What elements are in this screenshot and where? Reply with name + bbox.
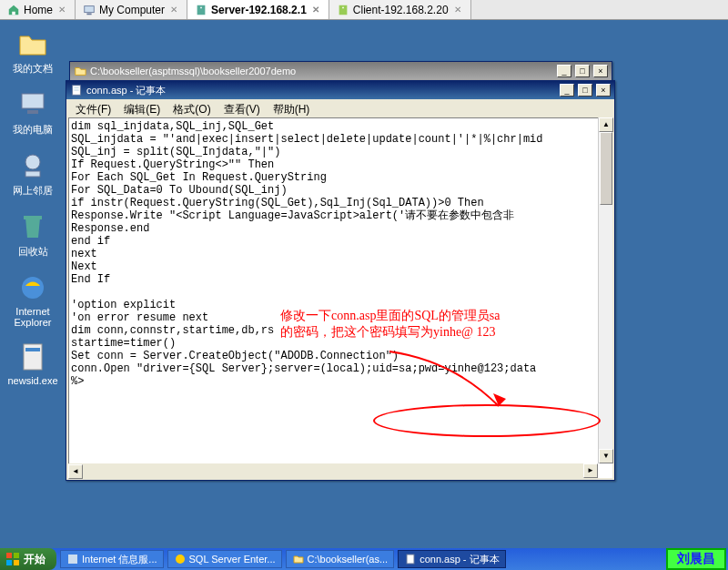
text-area[interactable]: dim sql_injdata,SQL_inj,SQL_Get SQL_injd… [68,117,612,478]
taskbar-button-notepad[interactable]: conn.asp - 记事本 [398,550,505,568]
desktop-icon-ie[interactable]: Internet Explorer [4,271,62,328]
svg-rect-13 [25,348,40,351]
app-icon [66,553,79,565]
minimize-button[interactable]: _ [560,84,574,97]
icon-label: 我的电脑 [13,123,53,137]
minimize-button[interactable]: _ [557,65,571,77]
tab-server[interactable]: Server-192.168.2.1 ✕ [187,0,329,19]
desktop-icon-network[interactable]: 网上邻居 [4,149,62,198]
scroll-down-button[interactable]: ▼ [599,449,613,463]
close-icon[interactable]: ✕ [56,5,67,15]
scroll-thumb[interactable] [600,132,612,205]
folder-icon [74,65,86,77]
scroll-up-button[interactable]: ▲ [599,117,613,132]
window-title: conn.asp - 记事本 [86,84,166,97]
desktop-icon-recyclebin[interactable]: 回收站 [4,210,62,259]
svg-rect-17 [6,553,12,558]
icon-label: 我的文档 [13,62,53,76]
svg-rect-21 [68,555,77,564]
menu-file[interactable]: 文件(F) [70,101,116,118]
taskbar-button-explorer[interactable]: C:\bookseller(as... [286,550,395,568]
titlebar[interactable]: conn.asp - 记事本 _ □ × [66,81,614,99]
home-icon [7,4,20,16]
close-button[interactable]: × [593,65,608,77]
client-icon [337,4,349,16]
svg-rect-2 [197,5,206,15]
svg-point-11 [22,277,44,299]
maximize-button[interactable]: □ [575,65,590,77]
menu-edit[interactable]: 编辑(E) [118,101,166,118]
taskbar-label: C:\bookseller(as... [308,554,389,565]
svg-rect-7 [27,110,38,114]
tab-mycomputer[interactable]: My Computer ✕ [76,0,187,19]
desktop-icon-computer[interactable]: 我的电脑 [4,88,62,137]
taskbar-label: Internet 信息服... [82,553,157,566]
app-icon [174,553,187,565]
menu-format[interactable]: 格式(O) [167,101,216,118]
svg-rect-19 [6,560,12,565]
close-button[interactable]: × [596,84,611,97]
tab-label: Server-192.168.2.1 [211,4,307,16]
taskbar-button-sql[interactable]: SQL Server Enter... [167,550,282,568]
menu-help[interactable]: 帮助(H) [268,101,316,118]
scroll-track[interactable] [599,132,612,449]
svg-point-5 [342,6,344,8]
desktop-icon-documents[interactable]: 我的文档 [4,27,62,76]
scroll-left-button[interactable]: ◄ [68,464,83,479]
notepad-window[interactable]: conn.asp - 记事本 _ □ × 文件(F) 编辑(E) 格式(O) 查… [66,80,615,481]
windows-logo-icon [5,552,20,566]
svg-rect-4 [339,5,347,15]
folder-icon [16,27,49,60]
close-icon[interactable]: ✕ [168,5,179,15]
start-button[interactable]: 开始 [0,548,56,570]
svg-point-8 [25,155,40,169]
window-title: C:\bookseller(asptmssql)\bookseller2007d… [90,66,296,76]
svg-rect-23 [407,555,414,564]
svg-rect-18 [14,553,19,558]
desktop-icons: 我的文档 我的电脑 网上邻居 回收站 Internet Explorer new… [4,27,62,386]
icon-label: 回收站 [18,245,48,259]
svg-rect-10 [24,216,42,219]
computer-icon [16,88,49,121]
taskbar-label: conn.asp - 记事本 [420,553,499,566]
tab-client[interactable]: Client-192.168.2.20 ✕ [329,0,471,19]
svg-rect-0 [85,5,95,12]
tabs-bar: Home ✕ My Computer ✕ Server-192.168.2.1 … [0,0,728,20]
folder-icon [292,553,305,565]
start-label: 开始 [24,552,46,567]
notepad-icon [70,84,83,97]
icon-label: 网上邻居 [13,184,53,198]
icon-label: Internet Explorer [4,306,62,328]
maximize-button[interactable]: □ [578,84,592,97]
close-icon[interactable]: ✕ [310,5,321,15]
recycle-icon [16,210,49,243]
svg-rect-9 [25,171,40,177]
icon-label: newsid.exe [7,375,57,386]
computer-icon [83,4,96,16]
taskbar-button-iis[interactable]: Internet 信息服... [60,550,164,568]
scrollbar-horizontal[interactable]: ◄ ► [68,463,598,478]
desktop-icon-newsid[interactable]: newsid.exe [4,341,62,386]
tab-home[interactable]: Home ✕ [0,0,76,19]
svg-rect-1 [86,13,91,15]
desktop[interactable]: 我的文档 我的电脑 网上邻居 回收站 Internet Explorer new… [0,20,728,548]
exe-icon [16,341,49,373]
svg-rect-20 [14,560,19,565]
text-content[interactable]: dim sql_injdata,SQL_inj,SQL_Get SQL_injd… [69,118,597,477]
scrollbar-vertical[interactable]: ▲ ▼ [598,117,612,463]
scroll-right-button[interactable]: ► [583,463,598,478]
menu-view[interactable]: 查看(V) [218,101,266,118]
titlebar[interactable]: C:\bookseller(asptmssql)\bookseller2007d… [70,62,612,80]
notepad-icon [404,553,417,565]
taskbar: 开始 Internet 信息服... SQL Server Enter... C… [0,548,728,570]
tab-label: Home [24,4,53,16]
taskbar-label: SQL Server Enter... [189,554,276,565]
ie-icon [16,271,49,304]
tab-label: My Computer [99,4,165,16]
watermark: 刘晨昌 [666,548,726,570]
network-icon [16,149,49,182]
svg-point-22 [176,555,185,564]
server-icon [195,4,207,16]
close-icon[interactable]: ✕ [452,5,463,15]
svg-point-3 [200,6,202,8]
